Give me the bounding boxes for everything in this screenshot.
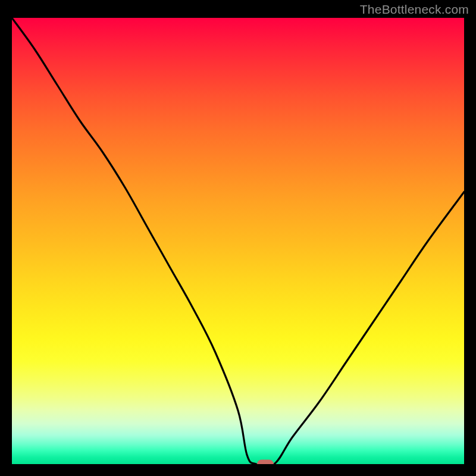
plot-area <box>12 18 464 464</box>
watermark-text: TheBottleneck.com <box>360 2 469 17</box>
optimal-point-marker <box>257 460 274 465</box>
chart-frame: TheBottleneck.com <box>0 0 476 476</box>
bottleneck-curve <box>12 18 464 464</box>
